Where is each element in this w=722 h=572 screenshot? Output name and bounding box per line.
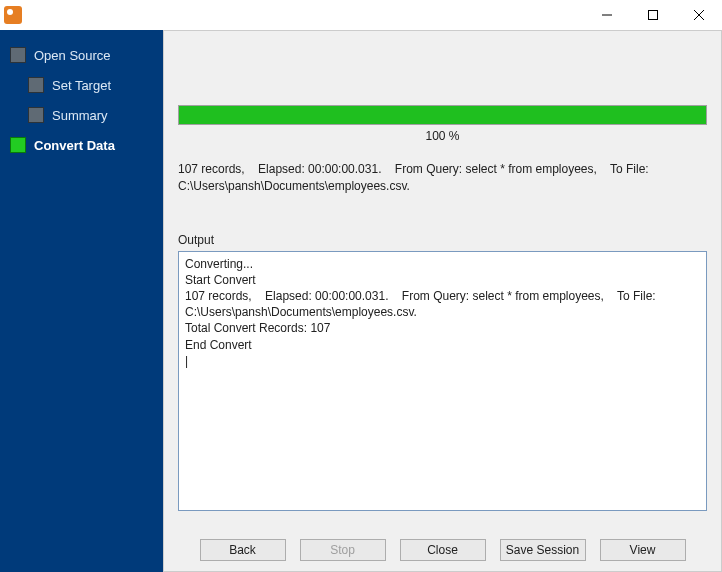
output-label: Output <box>178 233 707 247</box>
wizard-step-open-source[interactable]: Open Source <box>0 42 163 68</box>
step-status-icon <box>28 77 44 93</box>
wizard-step-summary[interactable]: Summary <box>0 102 163 128</box>
wizard-sidebar: Open SourceSet TargetSummaryConvert Data <box>0 30 163 572</box>
progress-section: 100 % <box>178 105 707 143</box>
step-label: Set Target <box>52 78 111 93</box>
close-button[interactable] <box>676 0 722 30</box>
step-status-icon <box>10 47 26 63</box>
view-button[interactable]: View <box>600 539 686 561</box>
output-line: 107 records, Elapsed: 00:00:00.031. From… <box>185 288 700 320</box>
step-status-icon <box>28 107 44 123</box>
progress-fill <box>179 106 706 124</box>
window-controls <box>584 0 722 30</box>
svg-rect-1 <box>649 11 658 20</box>
wizard-step-convert-data[interactable]: Convert Data <box>0 132 163 158</box>
step-label: Convert Data <box>34 138 115 153</box>
minimize-button[interactable] <box>584 0 630 30</box>
output-textarea[interactable]: Converting...Start Convert107 records, E… <box>178 251 707 511</box>
step-status-icon <box>10 137 26 153</box>
app-icon <box>4 6 22 24</box>
stop-button: Stop <box>300 539 386 561</box>
output-line: End Convert <box>185 337 700 353</box>
step-label: Open Source <box>34 48 111 63</box>
back-button[interactable]: Back <box>200 539 286 561</box>
titlebar <box>0 0 722 30</box>
progress-bar <box>178 105 707 125</box>
output-line: Total Convert Records: 107 <box>185 320 700 336</box>
summary-text: 107 records, Elapsed: 00:00:00.031. From… <box>178 161 707 195</box>
close-action-button[interactable]: Close <box>400 539 486 561</box>
main-panel: 100 % 107 records, Elapsed: 00:00:00.031… <box>163 30 722 572</box>
step-label: Summary <box>52 108 108 123</box>
output-line: Start Convert <box>185 272 700 288</box>
button-row: Back Stop Close Save Session View <box>178 529 707 561</box>
progress-label: 100 % <box>178 129 707 143</box>
output-line: Converting... <box>185 256 700 272</box>
save-session-button[interactable]: Save Session <box>500 539 586 561</box>
output-cursor <box>185 353 700 369</box>
wizard-step-set-target[interactable]: Set Target <box>0 72 163 98</box>
titlebar-left <box>0 6 28 24</box>
maximize-button[interactable] <box>630 0 676 30</box>
